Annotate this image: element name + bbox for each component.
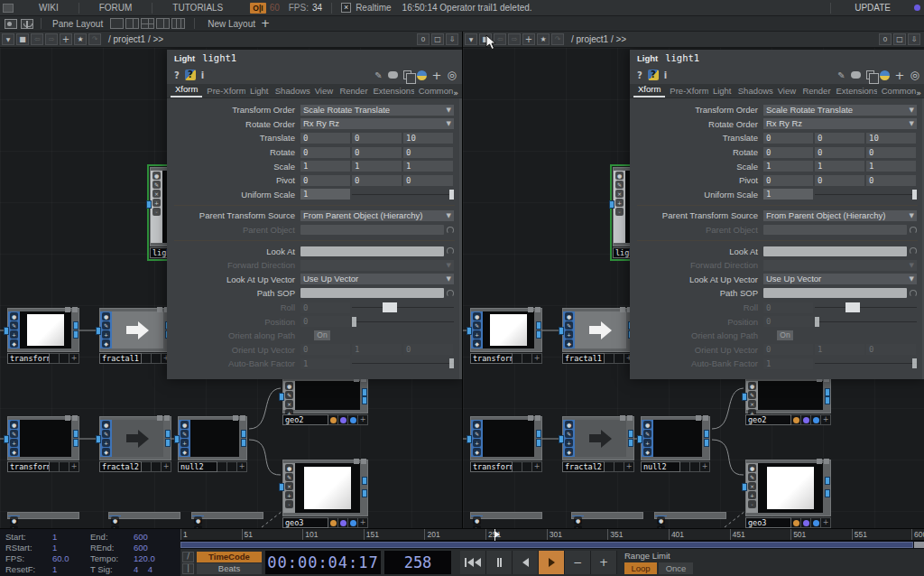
node-flag-icon[interactable]: ● (565, 312, 573, 321)
node-flag-icon[interactable]: + (473, 439, 481, 447)
midi-io-badge[interactable]: O|I (250, 3, 265, 14)
anchor-icon[interactable] (21, 19, 33, 29)
tab-light[interactable]: Light (708, 84, 734, 98)
app-grid-icon[interactable] (3, 4, 14, 13)
node-flag[interactable] (240, 415, 245, 421)
flag-box[interactable] (152, 353, 162, 364)
output-connector[interactable] (536, 321, 541, 330)
node-flag[interactable] (627, 415, 633, 421)
node-flag-icon[interactable]: ● (152, 172, 161, 180)
node-flag-icon[interactable]: ✎ (10, 321, 18, 330)
input-connector[interactable] (174, 435, 180, 443)
node-flag-icon[interactable]: ◆ (565, 448, 573, 456)
node-flag-icon[interactable]: ✎ (574, 525, 582, 528)
info-icon[interactable]: i (201, 70, 204, 80)
tab-xform[interactable]: Xform (633, 84, 665, 98)
node-flag-icon[interactable]: ✎ (152, 181, 161, 189)
output-connector[interactable] (362, 396, 367, 404)
tab-view[interactable]: View (773, 84, 799, 98)
param-value-cell[interactable]: 1 (403, 161, 453, 172)
add-flag-button[interactable]: + (162, 461, 171, 472)
node-flag[interactable] (72, 415, 78, 421)
flag-box[interactable] (50, 461, 60, 472)
tab-render[interactable]: Render (335, 84, 368, 98)
tab-light[interactable]: Light (245, 84, 271, 98)
node-flag-icon[interactable]: ✎ (285, 391, 293, 399)
node-flag-icon[interactable]: ✎ (565, 430, 573, 438)
param-ref-field[interactable] (300, 288, 444, 298)
node-flag[interactable] (157, 307, 162, 312)
tab-pre-xform[interactable]: Pre-Xform (202, 84, 245, 98)
node-flag-icon[interactable]: ◆ (643, 448, 651, 456)
display-flag-dot[interactable] (801, 414, 811, 425)
node-flag[interactable] (696, 415, 701, 421)
forward-arrow-icon[interactable]: ⇨ (45, 33, 58, 45)
add-flag-button[interactable]: + (358, 414, 368, 425)
node-flag-icon[interactable]: + (10, 330, 18, 339)
add-flag-button[interactable]: + (700, 461, 710, 472)
node-flag-icon[interactable]: ● (748, 464, 756, 472)
flag-box[interactable] (50, 353, 60, 364)
node-name-label[interactable]: null2 (178, 461, 217, 472)
tab-extensions[interactable]: Extensions (831, 84, 876, 98)
node-flag-icon[interactable]: ● (285, 464, 293, 472)
node-flag-icon[interactable]: + (285, 491, 293, 499)
node-flag-icon[interactable]: ✎ (565, 321, 573, 330)
node-flag-icon[interactable]: ✎ (643, 430, 651, 438)
node-flag-icon[interactable]: ✎ (10, 525, 18, 528)
node-flag-icon[interactable]: ◦ (285, 500, 293, 508)
back-arrow-icon[interactable]: ⇦ (494, 33, 506, 45)
copy-parameters-icon[interactable] (403, 70, 411, 79)
setting-value[interactable]: 1 (52, 543, 90, 553)
node-flag-icon[interactable]: ✎ (473, 321, 481, 330)
param-slider-track[interactable] (352, 194, 454, 195)
node-partial-node-3[interactable]: ●✎+◆ (654, 512, 726, 528)
flag-box[interactable] (605, 353, 614, 364)
flag-box[interactable] (60, 461, 69, 472)
node-name-label[interactable]: geo2 (745, 414, 791, 425)
timecode-mode-button[interactable]: TimeCode (197, 552, 262, 562)
output-connector[interactable] (241, 439, 246, 447)
add-icon[interactable]: + (522, 33, 535, 45)
layout-preset-split-vertical-2[interactable] (156, 18, 170, 29)
play-forward-button[interactable] (539, 551, 565, 574)
node-transform1[interactable]: ●✎+◆transform1+ (470, 308, 542, 364)
param-value-cell[interactable]: 0 (403, 175, 453, 186)
play-reverse-button[interactable] (513, 551, 539, 574)
step-forward-button[interactable]: + (591, 551, 617, 574)
output-connector[interactable] (165, 430, 171, 438)
output-connector[interactable] (825, 489, 830, 497)
node-flag[interactable] (535, 307, 541, 312)
frame-ruler[interactable]: 151101151201251301351401451501551600 (180, 529, 924, 541)
node-name-label[interactable]: fractal2 (562, 461, 605, 472)
node-flag-icon[interactable]: + (102, 439, 110, 447)
tab-common[interactable]: Common (414, 84, 453, 98)
graph-mode-button[interactable]: / (182, 552, 194, 562)
node-flag-icon[interactable]: ✎ (748, 473, 756, 481)
node-flag-icon[interactable]: ● (102, 312, 110, 321)
node-flag-icon[interactable]: ✎ (10, 430, 18, 438)
node-flag-icon[interactable]: ◆ (10, 448, 18, 456)
operator-name[interactable]: light1 (202, 52, 236, 63)
node-geo2[interactable]: ●✎×+◦geo2+ (745, 377, 831, 425)
param-menu[interactable]: From Parent Object (Hierarchy)▼ (763, 210, 917, 221)
node-flag-icon[interactable]: ◆ (10, 339, 18, 348)
realtime-checkbox[interactable]: × (341, 3, 351, 13)
node-flag-icon[interactable]: ◆ (180, 448, 189, 456)
pane-type-dropdown[interactable]: ▼ (2, 33, 14, 45)
help-icon[interactable]: ? (174, 70, 180, 80)
input-connector[interactable] (609, 200, 614, 209)
add-flag-button[interactable]: + (69, 353, 79, 364)
node-flag-icon[interactable]: + (180, 439, 189, 447)
python-mode-icon[interactable] (880, 70, 890, 80)
param-value-cell[interactable]: 0 (763, 147, 813, 158)
input-connector[interactable] (559, 435, 564, 443)
node-flag-icon[interactable]: ◦ (748, 500, 756, 508)
layout-preset-split-triple[interactable] (171, 18, 185, 29)
output-connector[interactable] (536, 430, 541, 438)
node-flag-icon[interactable]: ● (615, 172, 624, 180)
param-value-cell[interactable]: 0 (352, 175, 402, 186)
setting-value[interactable]: 120.0 (134, 553, 155, 564)
menu-item-wiki[interactable]: WIKI (19, 0, 79, 15)
output-connector[interactable] (704, 439, 709, 447)
